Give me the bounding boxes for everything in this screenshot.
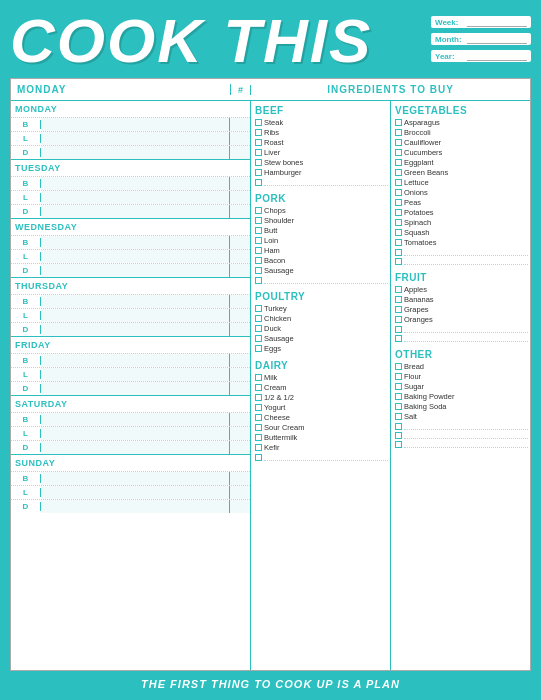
salt-checkbox[interactable] xyxy=(395,413,402,420)
oranges-checkbox[interactable] xyxy=(395,316,402,323)
green-beans-checkbox[interactable] xyxy=(395,169,402,176)
eggs-checkbox[interactable] xyxy=(255,345,262,352)
tuesday-b-num[interactable] xyxy=(230,177,250,190)
friday-l-input[interactable] xyxy=(41,368,230,381)
monday-l-num[interactable] xyxy=(230,132,250,145)
cheese-checkbox[interactable] xyxy=(255,414,262,421)
sunday-b-input[interactable] xyxy=(41,472,230,485)
other-blank-checkbox-3[interactable] xyxy=(395,441,402,448)
saturday-b-input[interactable] xyxy=(41,413,230,426)
loin-checkbox[interactable] xyxy=(255,237,262,244)
sausage-poultry-checkbox[interactable] xyxy=(255,335,262,342)
bananas-checkbox[interactable] xyxy=(395,296,402,303)
fruit-blank-checkbox-1[interactable] xyxy=(395,326,402,333)
monday-d-input[interactable] xyxy=(41,146,230,159)
potatoes-checkbox[interactable] xyxy=(395,209,402,216)
kefir-checkbox[interactable] xyxy=(255,444,262,451)
friday-d-input[interactable] xyxy=(41,382,230,395)
tuesday-d-num[interactable] xyxy=(230,205,250,218)
sugar-checkbox[interactable] xyxy=(395,383,402,390)
ham-checkbox[interactable] xyxy=(255,247,262,254)
lettuce-checkbox[interactable] xyxy=(395,179,402,186)
week-input[interactable] xyxy=(467,17,527,27)
apples-checkbox[interactable] xyxy=(395,286,402,293)
chops-checkbox[interactable] xyxy=(255,207,262,214)
butt-checkbox[interactable] xyxy=(255,227,262,234)
ribs-checkbox[interactable] xyxy=(255,129,262,136)
saturday-d-input[interactable] xyxy=(41,441,230,454)
tuesday-d-input[interactable] xyxy=(41,205,230,218)
tuesday-l-num[interactable] xyxy=(230,191,250,204)
chicken-checkbox[interactable] xyxy=(255,315,262,322)
saturday-l-num[interactable] xyxy=(230,427,250,440)
sunday-l-input[interactable] xyxy=(41,486,230,499)
monday-d-num[interactable] xyxy=(230,146,250,159)
wednesday-d-num[interactable] xyxy=(230,264,250,277)
thursday-b-input[interactable] xyxy=(41,295,230,308)
dairy-blank-checkbox-1[interactable] xyxy=(255,454,262,461)
stew-bones-checkbox[interactable] xyxy=(255,159,262,166)
veg-blank-checkbox-1[interactable] xyxy=(395,249,402,256)
onions-checkbox[interactable] xyxy=(395,189,402,196)
cauliflower-checkbox[interactable] xyxy=(395,139,402,146)
sunday-d-input[interactable] xyxy=(41,500,230,513)
monday-b-input[interactable] xyxy=(41,118,230,131)
yogurt-checkbox[interactable] xyxy=(255,404,262,411)
baking-soda-checkbox[interactable] xyxy=(395,403,402,410)
eggplant-checkbox[interactable] xyxy=(395,159,402,166)
tuesday-l-input[interactable] xyxy=(41,191,230,204)
month-input[interactable] xyxy=(467,34,527,44)
sour-cream-checkbox[interactable] xyxy=(255,424,262,431)
turkey-checkbox[interactable] xyxy=(255,305,262,312)
spinach-checkbox[interactable] xyxy=(395,219,402,226)
wednesday-b-num[interactable] xyxy=(230,236,250,249)
duck-checkbox[interactable] xyxy=(255,325,262,332)
wednesday-l-input[interactable] xyxy=(41,250,230,263)
broccoli-checkbox[interactable] xyxy=(395,129,402,136)
monday-l-input[interactable] xyxy=(41,132,230,145)
milk-checkbox[interactable] xyxy=(255,374,262,381)
tomatoes-checkbox[interactable] xyxy=(395,239,402,246)
steak-checkbox[interactable] xyxy=(255,119,262,126)
thursday-l-input[interactable] xyxy=(41,309,230,322)
hamburger-checkbox[interactable] xyxy=(255,169,262,176)
friday-b-num[interactable] xyxy=(230,354,250,367)
sunday-l-num[interactable] xyxy=(230,486,250,499)
roast-checkbox[interactable] xyxy=(255,139,262,146)
year-input[interactable] xyxy=(467,51,527,61)
thursday-d-num[interactable] xyxy=(230,323,250,336)
friday-d-num[interactable] xyxy=(230,382,250,395)
saturday-d-num[interactable] xyxy=(230,441,250,454)
wednesday-b-input[interactable] xyxy=(41,236,230,249)
other-blank-checkbox-1[interactable] xyxy=(395,423,402,430)
saturday-b-num[interactable] xyxy=(230,413,250,426)
friday-b-input[interactable] xyxy=(41,354,230,367)
peas-checkbox[interactable] xyxy=(395,199,402,206)
wednesday-l-num[interactable] xyxy=(230,250,250,263)
fruit-blank-checkbox-2[interactable] xyxy=(395,335,402,342)
beef-blank-checkbox-1[interactable] xyxy=(255,179,262,186)
thursday-d-input[interactable] xyxy=(41,323,230,336)
friday-l-num[interactable] xyxy=(230,368,250,381)
baking-powder-checkbox[interactable] xyxy=(395,393,402,400)
bacon-checkbox[interactable] xyxy=(255,257,262,264)
wednesday-d-input[interactable] xyxy=(41,264,230,277)
pork-blank-checkbox-1[interactable] xyxy=(255,277,262,284)
grapes-checkbox[interactable] xyxy=(395,306,402,313)
cream-checkbox[interactable] xyxy=(255,384,262,391)
thursday-b-num[interactable] xyxy=(230,295,250,308)
cucumbers-checkbox[interactable] xyxy=(395,149,402,156)
buttermilk-checkbox[interactable] xyxy=(255,434,262,441)
sunday-b-num[interactable] xyxy=(230,472,250,485)
shoulder-checkbox[interactable] xyxy=(255,217,262,224)
monday-b-num[interactable] xyxy=(230,118,250,131)
bread-checkbox[interactable] xyxy=(395,363,402,370)
half-half-checkbox[interactable] xyxy=(255,394,262,401)
sunday-d-num[interactable] xyxy=(230,500,250,513)
tuesday-b-input[interactable] xyxy=(41,177,230,190)
liver-checkbox[interactable] xyxy=(255,149,262,156)
veg-blank-checkbox-2[interactable] xyxy=(395,258,402,265)
other-blank-checkbox-2[interactable] xyxy=(395,432,402,439)
thursday-l-num[interactable] xyxy=(230,309,250,322)
squash-checkbox[interactable] xyxy=(395,229,402,236)
